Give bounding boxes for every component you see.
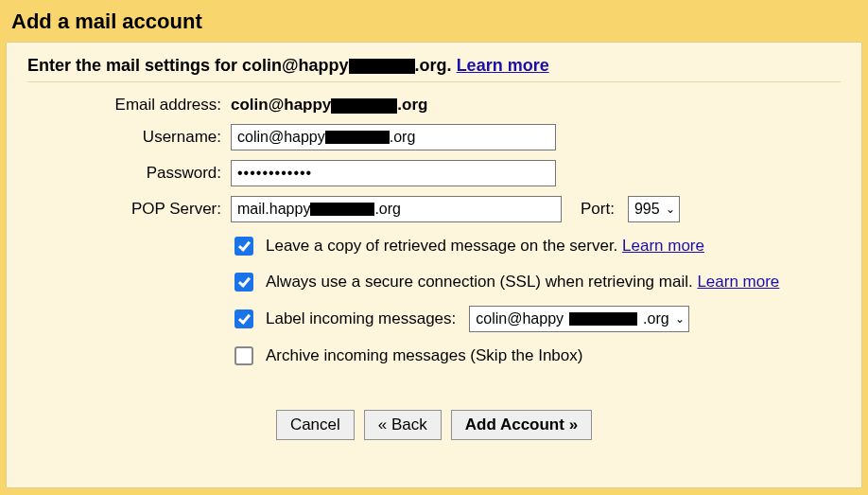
archive-row: Archive incoming messages (Skip the Inbo…	[231, 344, 841, 368]
password-input[interactable]: ••••••••••••	[231, 160, 556, 186]
ssl-label: Always use a secure connection (SSL) whe…	[266, 271, 779, 293]
username-input[interactable]: colin@happy.org	[231, 124, 556, 150]
ssl-row: Always use a secure connection (SSL) whe…	[231, 270, 841, 294]
email-address-label: Email address:	[27, 96, 221, 115]
divider	[27, 81, 841, 82]
label-incoming-row: Label incoming messages: colin@happy.org…	[231, 306, 841, 332]
subheader: Enter the mail settings for colin@happy.…	[27, 56, 841, 76]
leave-copy-row: Leave a copy of retrieved message on the…	[231, 234, 841, 258]
ssl-checkbox[interactable]	[234, 273, 253, 292]
username-label: Username:	[27, 128, 221, 147]
archive-label: Archive incoming messages (Skip the Inbo…	[266, 345, 582, 367]
label-incoming-checkbox[interactable]	[234, 309, 253, 328]
leave-copy-label: Leave a copy of retrieved message on the…	[266, 235, 704, 257]
email-address-value: colin@happy.org	[231, 96, 841, 115]
settings-form: Email address: colin@happy.org Username:…	[27, 96, 841, 368]
dialog-title: Add a mail account	[0, 0, 868, 42]
dialog-panel: Enter the mail settings for colin@happy.…	[6, 42, 862, 488]
pop-server-label: POP Server:	[27, 200, 221, 219]
leave-copy-learn-more-link[interactable]: Learn more	[622, 237, 704, 255]
learn-more-link[interactable]: Learn more	[457, 56, 549, 75]
password-label: Password:	[27, 164, 221, 183]
leave-copy-checkbox[interactable]	[234, 237, 253, 256]
label-incoming-label: Label incoming messages:	[266, 308, 456, 330]
chevron-down-icon: ⌄	[675, 311, 685, 327]
chevron-down-icon: ⌄	[666, 203, 675, 216]
pop-server-input[interactable]: mail.happy.org	[231, 196, 562, 222]
port-label: Port:	[581, 200, 615, 219]
add-account-button[interactable]: Add Account »	[451, 410, 592, 440]
port-select[interactable]: 995⌄	[628, 196, 680, 222]
back-button[interactable]: « Back	[364, 410, 442, 440]
ssl-learn-more-link[interactable]: Learn more	[697, 273, 779, 291]
label-incoming-select[interactable]: colin@happy.org ⌄	[469, 306, 688, 332]
cancel-button[interactable]: Cancel	[276, 410, 355, 440]
archive-checkbox[interactable]	[234, 346, 253, 365]
button-row: Cancel « Back Add Account »	[27, 410, 841, 440]
